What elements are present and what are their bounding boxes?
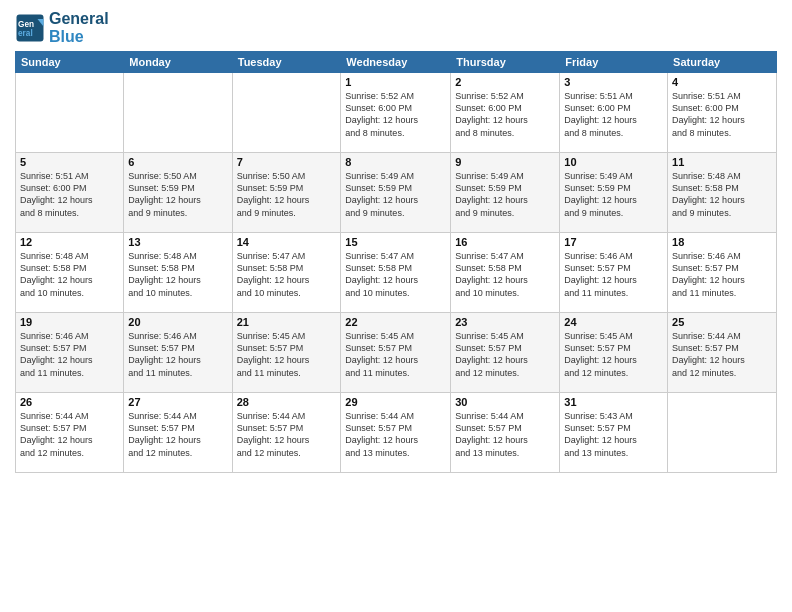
day-number: 13 — [128, 236, 227, 248]
calendar-cell: 23Sunrise: 5:45 AM Sunset: 5:57 PM Dayli… — [451, 313, 560, 393]
day-number: 10 — [564, 156, 663, 168]
calendar-cell: 28Sunrise: 5:44 AM Sunset: 5:57 PM Dayli… — [232, 393, 341, 473]
day-info: Sunrise: 5:46 AM Sunset: 5:57 PM Dayligh… — [20, 330, 119, 379]
day-number: 22 — [345, 316, 446, 328]
day-info: Sunrise: 5:48 AM Sunset: 5:58 PM Dayligh… — [672, 170, 772, 219]
calendar-cell: 26Sunrise: 5:44 AM Sunset: 5:57 PM Dayli… — [16, 393, 124, 473]
calendar-cell — [668, 393, 777, 473]
day-number: 16 — [455, 236, 555, 248]
day-info: Sunrise: 5:44 AM Sunset: 5:57 PM Dayligh… — [128, 410, 227, 459]
day-number: 7 — [237, 156, 337, 168]
day-number: 29 — [345, 396, 446, 408]
calendar-cell: 31Sunrise: 5:43 AM Sunset: 5:57 PM Dayli… — [560, 393, 668, 473]
calendar-cell: 27Sunrise: 5:44 AM Sunset: 5:57 PM Dayli… — [124, 393, 232, 473]
day-info: Sunrise: 5:47 AM Sunset: 5:58 PM Dayligh… — [455, 250, 555, 299]
day-info: Sunrise: 5:49 AM Sunset: 5:59 PM Dayligh… — [455, 170, 555, 219]
calendar-page: Gen eral General Blue Sunday Monday Tues… — [0, 0, 792, 612]
day-info: Sunrise: 5:51 AM Sunset: 6:00 PM Dayligh… — [20, 170, 119, 219]
day-number: 5 — [20, 156, 119, 168]
calendar-cell: 14Sunrise: 5:47 AM Sunset: 5:58 PM Dayli… — [232, 233, 341, 313]
day-number: 12 — [20, 236, 119, 248]
day-info: Sunrise: 5:47 AM Sunset: 5:58 PM Dayligh… — [237, 250, 337, 299]
day-info: Sunrise: 5:44 AM Sunset: 5:57 PM Dayligh… — [20, 410, 119, 459]
calendar-table: Sunday Monday Tuesday Wednesday Thursday… — [15, 51, 777, 473]
day-info: Sunrise: 5:51 AM Sunset: 6:00 PM Dayligh… — [672, 90, 772, 139]
day-info: Sunrise: 5:52 AM Sunset: 6:00 PM Dayligh… — [455, 90, 555, 139]
calendar-cell: 9Sunrise: 5:49 AM Sunset: 5:59 PM Daylig… — [451, 153, 560, 233]
day-info: Sunrise: 5:50 AM Sunset: 5:59 PM Dayligh… — [128, 170, 227, 219]
logo: Gen eral General Blue — [15, 10, 109, 45]
day-info: Sunrise: 5:49 AM Sunset: 5:59 PM Dayligh… — [345, 170, 446, 219]
svg-text:Gen: Gen — [18, 19, 34, 28]
calendar-cell: 10Sunrise: 5:49 AM Sunset: 5:59 PM Dayli… — [560, 153, 668, 233]
day-number: 21 — [237, 316, 337, 328]
day-number: 19 — [20, 316, 119, 328]
calendar-cell: 22Sunrise: 5:45 AM Sunset: 5:57 PM Dayli… — [341, 313, 451, 393]
day-info: Sunrise: 5:47 AM Sunset: 5:58 PM Dayligh… — [345, 250, 446, 299]
day-number: 1 — [345, 76, 446, 88]
svg-text:eral: eral — [18, 28, 33, 37]
calendar-week-row: 19Sunrise: 5:46 AM Sunset: 5:57 PM Dayli… — [16, 313, 777, 393]
calendar-cell: 21Sunrise: 5:45 AM Sunset: 5:57 PM Dayli… — [232, 313, 341, 393]
day-number: 14 — [237, 236, 337, 248]
calendar-cell: 30Sunrise: 5:44 AM Sunset: 5:57 PM Dayli… — [451, 393, 560, 473]
calendar-cell: 18Sunrise: 5:46 AM Sunset: 5:57 PM Dayli… — [668, 233, 777, 313]
days-header-row: Sunday Monday Tuesday Wednesday Thursday… — [16, 52, 777, 73]
calendar-cell: 1Sunrise: 5:52 AM Sunset: 6:00 PM Daylig… — [341, 73, 451, 153]
day-info: Sunrise: 5:48 AM Sunset: 5:58 PM Dayligh… — [128, 250, 227, 299]
day-info: Sunrise: 5:46 AM Sunset: 5:57 PM Dayligh… — [672, 250, 772, 299]
calendar-cell: 6Sunrise: 5:50 AM Sunset: 5:59 PM Daylig… — [124, 153, 232, 233]
day-info: Sunrise: 5:43 AM Sunset: 5:57 PM Dayligh… — [564, 410, 663, 459]
calendar-cell: 24Sunrise: 5:45 AM Sunset: 5:57 PM Dayli… — [560, 313, 668, 393]
day-number: 20 — [128, 316, 227, 328]
day-number: 6 — [128, 156, 227, 168]
header-wednesday: Wednesday — [341, 52, 451, 73]
day-number: 17 — [564, 236, 663, 248]
header-friday: Friday — [560, 52, 668, 73]
day-number: 30 — [455, 396, 555, 408]
day-number: 27 — [128, 396, 227, 408]
day-info: Sunrise: 5:45 AM Sunset: 5:57 PM Dayligh… — [237, 330, 337, 379]
day-number: 4 — [672, 76, 772, 88]
day-number: 11 — [672, 156, 772, 168]
day-info: Sunrise: 5:45 AM Sunset: 5:57 PM Dayligh… — [564, 330, 663, 379]
header-sunday: Sunday — [16, 52, 124, 73]
calendar-cell: 16Sunrise: 5:47 AM Sunset: 5:58 PM Dayli… — [451, 233, 560, 313]
logo-text: General Blue — [49, 10, 109, 45]
calendar-cell: 29Sunrise: 5:44 AM Sunset: 5:57 PM Dayli… — [341, 393, 451, 473]
day-number: 9 — [455, 156, 555, 168]
day-info: Sunrise: 5:48 AM Sunset: 5:58 PM Dayligh… — [20, 250, 119, 299]
header-thursday: Thursday — [451, 52, 560, 73]
day-number: 26 — [20, 396, 119, 408]
calendar-cell: 25Sunrise: 5:44 AM Sunset: 5:57 PM Dayli… — [668, 313, 777, 393]
header: Gen eral General Blue — [15, 10, 777, 45]
day-number: 15 — [345, 236, 446, 248]
calendar-cell — [232, 73, 341, 153]
day-number: 31 — [564, 396, 663, 408]
day-info: Sunrise: 5:44 AM Sunset: 5:57 PM Dayligh… — [237, 410, 337, 459]
day-number: 28 — [237, 396, 337, 408]
day-info: Sunrise: 5:44 AM Sunset: 5:57 PM Dayligh… — [672, 330, 772, 379]
day-number: 18 — [672, 236, 772, 248]
day-number: 2 — [455, 76, 555, 88]
calendar-cell: 19Sunrise: 5:46 AM Sunset: 5:57 PM Dayli… — [16, 313, 124, 393]
day-info: Sunrise: 5:45 AM Sunset: 5:57 PM Dayligh… — [345, 330, 446, 379]
day-info: Sunrise: 5:46 AM Sunset: 5:57 PM Dayligh… — [128, 330, 227, 379]
calendar-cell: 12Sunrise: 5:48 AM Sunset: 5:58 PM Dayli… — [16, 233, 124, 313]
day-info: Sunrise: 5:44 AM Sunset: 5:57 PM Dayligh… — [455, 410, 555, 459]
day-info: Sunrise: 5:52 AM Sunset: 6:00 PM Dayligh… — [345, 90, 446, 139]
day-info: Sunrise: 5:49 AM Sunset: 5:59 PM Dayligh… — [564, 170, 663, 219]
header-saturday: Saturday — [668, 52, 777, 73]
calendar-week-row: 1Sunrise: 5:52 AM Sunset: 6:00 PM Daylig… — [16, 73, 777, 153]
calendar-week-row: 5Sunrise: 5:51 AM Sunset: 6:00 PM Daylig… — [16, 153, 777, 233]
logo-icon: Gen eral — [15, 13, 45, 43]
calendar-cell: 4Sunrise: 5:51 AM Sunset: 6:00 PM Daylig… — [668, 73, 777, 153]
day-info: Sunrise: 5:45 AM Sunset: 5:57 PM Dayligh… — [455, 330, 555, 379]
day-info: Sunrise: 5:46 AM Sunset: 5:57 PM Dayligh… — [564, 250, 663, 299]
header-monday: Monday — [124, 52, 232, 73]
calendar-week-row: 26Sunrise: 5:44 AM Sunset: 5:57 PM Dayli… — [16, 393, 777, 473]
calendar-cell: 2Sunrise: 5:52 AM Sunset: 6:00 PM Daylig… — [451, 73, 560, 153]
calendar-week-row: 12Sunrise: 5:48 AM Sunset: 5:58 PM Dayli… — [16, 233, 777, 313]
day-number: 25 — [672, 316, 772, 328]
calendar-cell: 20Sunrise: 5:46 AM Sunset: 5:57 PM Dayli… — [124, 313, 232, 393]
